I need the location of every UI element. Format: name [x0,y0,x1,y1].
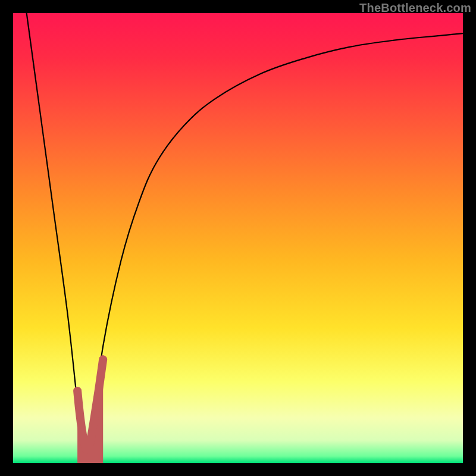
chart-frame: TheBottleneck.com [0,0,476,476]
bottleneck-plot [13,13,463,463]
